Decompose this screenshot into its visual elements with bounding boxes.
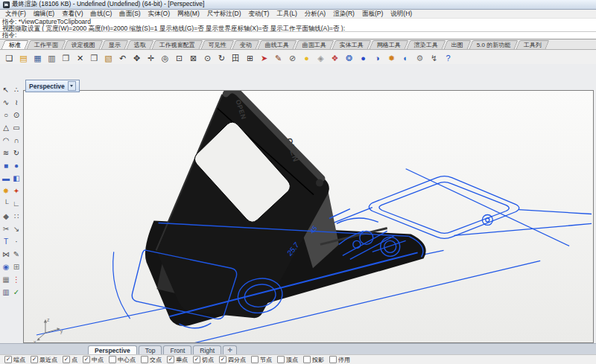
palette-button[interactable]: ◆ bbox=[1, 210, 11, 223]
palette-button[interactable]: ∿ bbox=[1, 96, 11, 109]
toolbar-button[interactable]: ❂ bbox=[342, 51, 356, 66]
palette-button[interactable]: ∩ bbox=[11, 134, 22, 147]
palette-button[interactable]: ✎ bbox=[11, 248, 22, 261]
palette-button[interactable]: ∷ bbox=[11, 210, 22, 223]
toolbar-tab[interactable]: 工具列 bbox=[516, 40, 550, 49]
palette-button[interactable]: ∴ bbox=[11, 83, 22, 96]
toolbar-button[interactable]: ▧ bbox=[101, 51, 115, 66]
osnap-toggle[interactable]: 切点 bbox=[193, 356, 214, 364]
palette-button[interactable]: ⊙ bbox=[11, 109, 22, 121]
toolbar-button[interactable]: ? bbox=[441, 51, 455, 66]
toolbar-button[interactable]: ⚙ bbox=[413, 51, 427, 66]
toolbar-button[interactable]: ⊠ bbox=[186, 51, 200, 66]
toolbar-button[interactable]: 田 bbox=[229, 51, 243, 66]
toolbar-button[interactable]: ✹ bbox=[384, 51, 399, 66]
menu-item[interactable]: 文件(F) bbox=[1, 10, 30, 18]
palette-button[interactable]: ⋈ bbox=[1, 248, 11, 261]
checkbox-icon[interactable] bbox=[83, 356, 90, 363]
palette-button[interactable]: ↘ bbox=[11, 223, 22, 235]
palette-button[interactable]: ▦ bbox=[1, 273, 11, 286]
command-prompt-input[interactable]: 指令: bbox=[0, 32, 596, 39]
toolbar-tab[interactable]: 选取 bbox=[127, 40, 154, 49]
osnap-toggle[interactable]: 交点 bbox=[141, 356, 162, 364]
menu-item[interactable]: 曲线(C) bbox=[87, 10, 116, 18]
toolbar-button[interactable]: ◐ bbox=[399, 51, 413, 66]
osnap-toggle[interactable]: 投影 bbox=[303, 356, 324, 364]
toolbar-button[interactable]: ▥ bbox=[45, 51, 59, 66]
toolbar-button[interactable]: ❐ bbox=[59, 51, 73, 66]
palette-button[interactable]: ✸ bbox=[1, 185, 11, 197]
toolbar-button[interactable]: ⊙ bbox=[200, 51, 215, 66]
menu-item[interactable]: 工具(L) bbox=[273, 10, 300, 18]
checkbox-icon[interactable] bbox=[193, 356, 200, 363]
toolbar-tab[interactable]: 可见性 bbox=[201, 40, 235, 49]
checkbox-icon[interactable] bbox=[303, 356, 311, 363]
toolbar-button[interactable]: ⊞ bbox=[243, 51, 257, 66]
toolbar-tab[interactable]: 标准 bbox=[1, 40, 29, 49]
palette-button[interactable]: ✂ bbox=[1, 223, 11, 235]
osnap-toggle[interactable]: 点 bbox=[63, 356, 77, 364]
toolbar-button[interactable]: ◈ bbox=[314, 51, 328, 66]
toolbar-button[interactable]: ❖ bbox=[328, 51, 342, 66]
viewport-menu-arrow-icon[interactable] bbox=[68, 81, 76, 91]
toolbar-tab[interactable]: 工作视窗配置 bbox=[152, 40, 203, 49]
toolbar-tab[interactable]: 曲面工具 bbox=[295, 40, 335, 49]
palette-button[interactable]: ■ bbox=[1, 159, 11, 172]
osnap-toggle[interactable]: 节点 bbox=[251, 356, 272, 364]
menu-item[interactable]: 面板(P) bbox=[358, 10, 387, 18]
toolbar-tab[interactable]: 显示 bbox=[101, 40, 129, 49]
toolbar-tab[interactable]: 渲染工具 bbox=[407, 40, 446, 49]
checkbox-icon[interactable] bbox=[251, 356, 259, 363]
osnap-toggle[interactable]: 中点 bbox=[83, 356, 104, 364]
palette-button[interactable]: └ bbox=[1, 197, 11, 210]
palette-button[interactable]: ◉ bbox=[1, 261, 11, 273]
menu-item[interactable]: 曲面(S) bbox=[115, 10, 144, 18]
palette-button[interactable]: ✦ bbox=[11, 185, 22, 197]
osnap-toggle[interactable]: 端点 bbox=[4, 356, 25, 364]
toolbar-tab[interactable]: 网格工具 bbox=[370, 40, 409, 49]
toolbar-button[interactable]: ⊘ bbox=[285, 51, 299, 66]
toolbar-tab[interactable]: 出图 bbox=[444, 40, 472, 49]
palette-button[interactable]: ⊞ bbox=[11, 261, 22, 273]
toolbar-button[interactable]: ❒ bbox=[87, 51, 101, 66]
menu-item[interactable]: 说明(H) bbox=[387, 10, 416, 18]
checkbox-icon[interactable] bbox=[63, 356, 70, 363]
checkbox-icon[interactable] bbox=[4, 356, 12, 363]
toolbar-tab[interactable]: 实体工具 bbox=[332, 40, 372, 49]
toolbar-button[interactable]: ▦ bbox=[31, 51, 45, 66]
checkbox-icon[interactable] bbox=[277, 356, 285, 363]
palette-button[interactable]: T bbox=[1, 235, 11, 248]
flat-pattern-drawing[interactable] bbox=[320, 176, 592, 239]
palette-button[interactable]: △ bbox=[1, 121, 11, 134]
toolbar-button[interactable]: ⊡ bbox=[172, 51, 186, 66]
palette-button[interactable]: ✓ bbox=[11, 286, 22, 298]
osnap-toggle[interactable]: 垂点 bbox=[167, 356, 188, 364]
menu-item[interactable]: 编辑(E) bbox=[30, 10, 58, 18]
osnap-toggle[interactable]: 四分点 bbox=[219, 356, 246, 364]
toolbar-button[interactable]: ◑ bbox=[370, 51, 384, 66]
palette-button[interactable]: ▭ bbox=[11, 121, 22, 134]
toolbar-button[interactable]: ➤ bbox=[257, 51, 271, 66]
toolbar-button[interactable]: ❏ bbox=[2, 51, 16, 66]
toolbar-tab[interactable]: 工作平面 bbox=[27, 40, 66, 49]
toolbar-button[interactable]: ↻ bbox=[215, 51, 229, 66]
checkbox-icon[interactable] bbox=[109, 356, 116, 363]
osnap-toggle[interactable]: 顶点 bbox=[277, 356, 298, 364]
checkbox-icon[interactable] bbox=[31, 356, 38, 363]
palette-button[interactable]: ↻ bbox=[11, 147, 22, 159]
phone-stand-model[interactable]: OPEN OPEN bbox=[145, 91, 426, 326]
toolbar-tab[interactable]: 5.0 的新功能 bbox=[469, 40, 519, 49]
menu-item[interactable]: 渲染(R) bbox=[329, 10, 358, 18]
osnap-toggle[interactable]: 最近点 bbox=[31, 356, 57, 364]
checkbox-icon[interactable] bbox=[329, 356, 337, 363]
viewport-title-tab[interactable]: Perspective bbox=[25, 80, 80, 92]
toolbar-button[interactable]: ▤ bbox=[16, 51, 31, 66]
toolbar-button[interactable]: ✥ bbox=[130, 51, 144, 66]
checkbox-icon[interactable] bbox=[141, 356, 148, 363]
osnap-toggle[interactable]: 停用 bbox=[329, 356, 350, 364]
palette-button[interactable]: ▬ bbox=[1, 172, 11, 185]
toolbar-tab[interactable]: 曲线工具 bbox=[258, 40, 297, 49]
toolbar-button[interactable]: ↯ bbox=[427, 51, 441, 66]
osnap-toggle[interactable]: 中心点 bbox=[109, 356, 136, 364]
toolbar-button[interactable]: ✎ bbox=[271, 51, 285, 66]
